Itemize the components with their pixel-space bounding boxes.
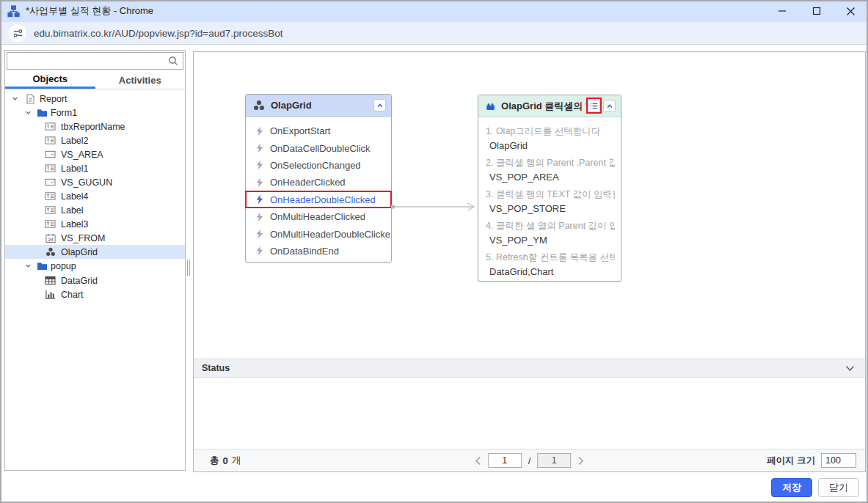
- chevron-down-icon[interactable]: [23, 109, 32, 117]
- flow-connector-arrow: [391, 202, 479, 212]
- tree-item-form1[interactable]: Form1: [5, 106, 185, 120]
- node-title: OlapGrid 클릭셀의 행,열: [501, 100, 588, 113]
- sidebar-search[interactable]: [7, 52, 183, 70]
- lightning-icon: [255, 177, 265, 188]
- lightning-icon: [255, 229, 265, 239]
- sidebar-tabs: Objects Activities: [5, 71, 185, 89]
- page-size-label: 페이지 크기: [767, 455, 815, 467]
- collapse-button[interactable]: [603, 100, 616, 112]
- panel-splitter[interactable]: [187, 260, 190, 276]
- svg-text:24: 24: [48, 237, 53, 241]
- chrome-popup-window: *사업부별 실적 현황 - Chrome edu.bimatrix.co.kr/…: [0, 0, 868, 503]
- tree-item-popup[interactable]: popup: [5, 259, 185, 273]
- tab-objects[interactable]: Objects: [5, 71, 95, 89]
- save-button[interactable]: 저장: [771, 478, 812, 497]
- textbox-icon: [45, 135, 56, 146]
- status-panel-header[interactable]: Status: [194, 359, 865, 378]
- flow-node-process[interactable]: OlapGrid 클릭셀의 행,열 1. Olap그리드를 선택합니다 Olap…: [478, 95, 621, 282]
- flow-node-olapgrid[interactable]: OlapGrid OnExportStart OnDataCellDoubleC…: [245, 94, 392, 262]
- tree-item-label4[interactable]: Label4: [5, 189, 185, 203]
- tree-item-label2[interactable]: Label2: [5, 133, 185, 147]
- tree-item-label[interactable]: Label: [5, 203, 185, 217]
- site-settings-button[interactable]: [9, 24, 26, 42]
- lightning-icon: [255, 194, 265, 205]
- tree-item-olapgrid[interactable]: OlapGrid: [5, 245, 185, 259]
- total-label: 총: [210, 455, 219, 467]
- tree-item-label1[interactable]: Label1: [5, 161, 185, 175]
- tree-item-vs-area[interactable]: VS_AREA: [5, 147, 185, 161]
- tree-item-tbxreportname[interactable]: tbxReportName: [5, 120, 185, 133]
- chevron-down-icon[interactable]: [845, 365, 855, 372]
- flow-canvas[interactable]: OlapGrid OnExportStart OnDataCellDoubleC…: [193, 51, 866, 472]
- step-item[interactable]: 1. Olap그리드를 선택합니다 OlapGrid: [486, 124, 615, 153]
- url-bar[interactable]: edu.bimatrix.co.kr/AUD/popview.jsp?id=au…: [0, 22, 868, 45]
- event-onexportstart[interactable]: OnExportStart: [246, 122, 391, 139]
- search-input[interactable]: [7, 54, 168, 68]
- page-size-input[interactable]: [821, 453, 856, 468]
- brick-icon: [486, 101, 495, 111]
- lightning-icon: [255, 160, 265, 170]
- sitemap-icon: [7, 5, 20, 18]
- textbox-icon: [45, 121, 56, 132]
- event-onmultiheaderdoubleclicked[interactable]: OnMultiHeaderDoubleClicke: [246, 225, 391, 242]
- chevron-right-icon: [577, 456, 584, 466]
- textbox-icon: [45, 163, 56, 174]
- chevron-left-icon: [475, 456, 481, 466]
- node-header[interactable]: OlapGrid 클릭셀의 행,열: [478, 95, 621, 117]
- tree-item-datagrid[interactable]: DataGrid: [5, 273, 185, 287]
- url-text: edu.bimatrix.co.kr/AUD/popview.jsp?id=au…: [34, 28, 283, 39]
- minimize-button[interactable]: [765, 0, 799, 22]
- close-button[interactable]: [834, 0, 868, 22]
- event-ondatabindend[interactable]: OnDataBindEnd: [246, 243, 391, 260]
- step-item[interactable]: 2. 클릭셀 행의 Parent .Parent 값이 VS_POP_AREA: [486, 155, 615, 185]
- site-settings-icon: [12, 28, 23, 39]
- dialog-footer: 저장 닫기: [0, 472, 868, 503]
- window-titlebar: *사업부별 실적 현황 - Chrome: [0, 0, 868, 22]
- collapse-button[interactable]: [373, 99, 386, 111]
- page-separator: /: [528, 455, 531, 466]
- step-item[interactable]: 5. Refresh할 컨트롤 목록을 선택합니 DataGrid,Chart: [486, 250, 615, 279]
- tree-item-vs-gugun[interactable]: VS_GUGUN: [5, 175, 185, 189]
- page-navigator: /: [475, 453, 585, 468]
- list-icon: [590, 102, 598, 110]
- tab-activities[interactable]: Activities: [95, 71, 186, 89]
- close-dialog-button[interactable]: 닫기: [818, 478, 859, 497]
- tree-item-vs-from[interactable]: 24 VS_FROM: [5, 231, 185, 245]
- tree-item-report[interactable]: Report: [5, 92, 185, 106]
- step-item[interactable]: 4. 클릭한 셀 열의 Parent 값이 입력될 VS_POP_YM: [486, 219, 615, 248]
- event-onmultiheaderclicked[interactable]: OnMultiHeaderClicked: [246, 208, 391, 225]
- barchart-icon: [45, 289, 56, 300]
- textbox-icon: [45, 191, 56, 202]
- combobox-icon: [45, 149, 56, 160]
- chevron-up-icon: [376, 102, 384, 109]
- chevron-down-icon[interactable]: [10, 95, 19, 103]
- event-onselectionchanged[interactable]: OnSelectionChanged: [246, 157, 391, 174]
- maximize-button[interactable]: [799, 0, 834, 22]
- event-onheaderdoubleclicked-highlighted[interactable]: OnHeaderDoubleClicked: [246, 191, 391, 208]
- close-icon: [846, 7, 856, 16]
- tree-item-label3[interactable]: Label3: [5, 217, 185, 231]
- lightning-icon: [255, 126, 265, 136]
- prev-page-button[interactable]: [475, 456, 481, 466]
- olapgrid-cluster-icon: [253, 100, 265, 111]
- lightning-icon: [255, 246, 265, 256]
- step-item[interactable]: 3. 클릭셀 행의 TEXT 값이 입력될 변 VS_POP_STORE: [486, 187, 615, 216]
- object-explorer-sidebar: Objects Activities Report Form1 tbxRepor…: [4, 50, 186, 471]
- textbox-icon: [45, 219, 56, 230]
- chevron-down-icon[interactable]: [23, 262, 32, 271]
- next-page-button[interactable]: [577, 456, 584, 466]
- pagination-bar: 총 0 개 / 페이지 크기: [194, 449, 865, 471]
- node-header[interactable]: OlapGrid: [246, 95, 391, 117]
- tree-item-chart[interactable]: Chart: [5, 287, 185, 301]
- olapgrid-icon: [45, 246, 56, 257]
- event-list: OnExportStart OnDataCellDoubleClick OnSe…: [246, 117, 391, 262]
- calendar-icon: 24: [45, 232, 56, 243]
- event-ondatacelldoubleclick[interactable]: OnDataCellDoubleClick: [246, 139, 391, 156]
- folder-icon: [37, 260, 48, 271]
- step-list-button[interactable]: [588, 100, 600, 112]
- status-label: Status: [202, 363, 230, 373]
- current-page-input[interactable]: [488, 453, 522, 468]
- event-onheaderclicked[interactable]: OnHeaderClicked: [246, 174, 391, 191]
- lightning-icon: [255, 143, 265, 153]
- combobox-icon: [45, 177, 56, 188]
